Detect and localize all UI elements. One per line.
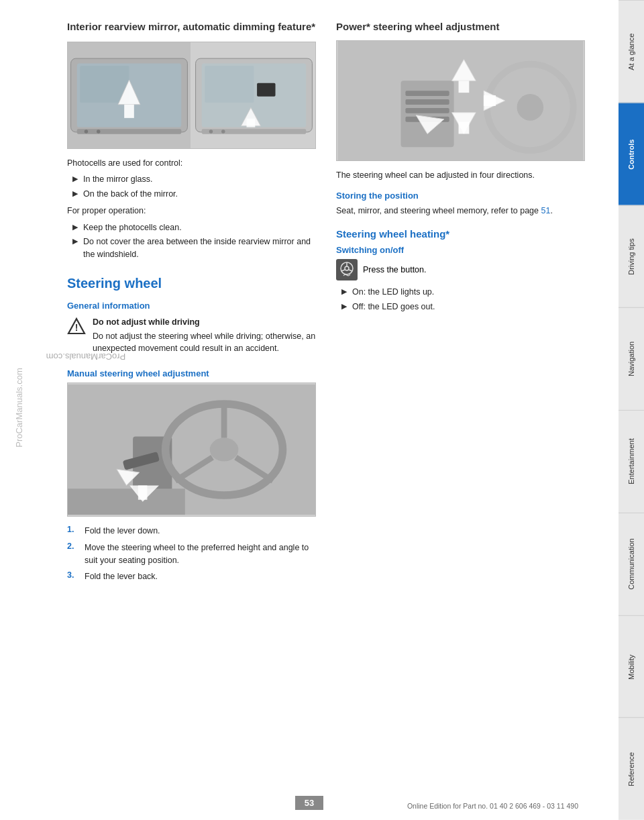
- svg-rect-7: [124, 104, 134, 117]
- svg-rect-37: [405, 107, 449, 113]
- interior-mirror-title: Interior rearview mirror, automatic dimm…: [67, 20, 316, 34]
- svg-rect-44: [484, 95, 496, 106]
- sidebar-tab-controls[interactable]: Controls: [619, 103, 644, 205]
- bullet-arrow-4: ▶: [72, 237, 78, 261]
- photocells-intro: Photocells are used for control:: [67, 157, 316, 170]
- svg-point-13: [209, 130, 213, 133]
- step-2: 2. Move the steering wheel to the prefer…: [67, 542, 316, 567]
- bullet-led-on: ▶ On: the LED lights up.: [336, 286, 585, 299]
- svg-rect-10: [205, 66, 254, 103]
- bullet-led-off: ▶ Off: the LED goes out.: [336, 301, 585, 313]
- bullet-keep-clean: ▶ Keep the photocells clean.: [67, 221, 316, 234]
- storing-title: Storing the position: [336, 191, 585, 201]
- svg-point-33: [517, 94, 544, 121]
- warning-line2: Do not adjust the steering wheel while d…: [93, 330, 316, 356]
- svg-rect-30: [138, 485, 148, 499]
- sidebar-tab-navigation[interactable]: Navigation: [619, 307, 644, 410]
- switching-instruction-text: Press the button.: [363, 265, 427, 274]
- svg-rect-28: [68, 489, 185, 515]
- svg-point-5: [97, 130, 100, 133]
- svg-rect-42: [459, 121, 470, 134]
- page-number: 53: [295, 796, 323, 810]
- bullet-mirror-back: ▶ On the back of the mirror.: [67, 188, 316, 201]
- sidebar-tab-mobility[interactable]: Mobility: [619, 615, 644, 718]
- sidebar-tab-at-a-glance[interactable]: At a glance: [619, 0, 644, 103]
- power-steering-image: [336, 40, 585, 161]
- general-info-title: General information: [67, 301, 316, 311]
- bullet-no-cover: ▶ Do not cover the area between the insi…: [67, 236, 316, 261]
- step-1: 1. Fold the lever down.: [67, 525, 316, 537]
- sidebar-tab-communication[interactable]: Communication: [619, 513, 644, 615]
- svg-rect-16: [247, 118, 256, 127]
- bullet-no-cover-text: Do not cover the area between the inside…: [83, 236, 316, 261]
- step-3: 3. Fold the lever back.: [67, 570, 316, 583]
- operation-intro: For proper operation:: [67, 205, 316, 217]
- bullet-mirror-back-text: On the back of the mirror.: [83, 188, 178, 201]
- bullet-arrow-on: ▶: [341, 287, 347, 299]
- step-2-num: 2.: [67, 542, 79, 567]
- procarmanuals-watermark: ProCarManuals.com: [14, 368, 24, 448]
- footer-text: Online Edition for Part no. 01 40 2 606 …: [407, 802, 578, 810]
- sidebar-tab-reference[interactable]: Reference: [619, 717, 644, 820]
- svg-text:!: !: [75, 322, 78, 333]
- step-1-num: 1.: [67, 525, 79, 537]
- warning-line1: Do not adjust while driving: [93, 316, 316, 329]
- bullet-arrow-2: ▶: [72, 189, 78, 201]
- sidebar: At a glance Controls Driving tips Naviga…: [619, 0, 644, 820]
- svg-point-14: [221, 130, 225, 133]
- svg-rect-40: [459, 81, 470, 93]
- svg-rect-12: [202, 129, 307, 134]
- svg-rect-36: [405, 99, 449, 105]
- bullet-mirror-glass-text: In the mirror glass.: [83, 173, 153, 186]
- switching-title: Switching on/off: [336, 245, 585, 255]
- power-adj-title: Power* steering wheel adjustment: [336, 20, 585, 34]
- bullet-keep-clean-text: Keep the photocells clean.: [83, 221, 182, 234]
- storing-desc: Seat, mirror, and steering wheel memory,…: [336, 205, 585, 217]
- sidebar-tab-driving-tips[interactable]: Driving tips: [619, 205, 644, 308]
- step-2-text: Move the steering wheel to the preferred…: [85, 542, 316, 567]
- svg-rect-11: [257, 83, 275, 96]
- bullet-led-off-text: Off: the LED goes out.: [352, 301, 435, 313]
- mirror-image: [67, 42, 316, 149]
- svg-rect-3: [77, 129, 182, 134]
- svg-rect-35: [405, 91, 449, 96]
- warning-icon: !: [67, 317, 86, 336]
- svg-rect-31: [338, 41, 584, 160]
- steering-heat-button-icon: [336, 259, 358, 280]
- svg-point-4: [85, 130, 88, 133]
- bullet-arrow-1: ▶: [72, 174, 78, 186]
- watermark-text: ProCarManuals.com: [46, 352, 126, 362]
- svg-rect-34: [401, 81, 454, 147]
- step-1-text: Fold the lever down.: [85, 525, 160, 537]
- step-3-num: 3.: [67, 570, 79, 583]
- steering-wheel-title: Steering wheel: [67, 276, 316, 291]
- manual-steering-image: [67, 382, 316, 517]
- bullet-led-on-text: On: the LED lights up.: [352, 286, 434, 299]
- power-desc: The steering wheel can be adjusted in fo…: [336, 169, 585, 182]
- bullet-arrow-3: ▶: [72, 223, 78, 234]
- svg-point-24: [210, 438, 239, 462]
- bullet-mirror-glass: ▶ In the mirror glass.: [67, 173, 316, 186]
- step-3-text: Fold the lever back.: [85, 570, 158, 583]
- bullet-arrow-off: ▶: [341, 302, 347, 313]
- manual-adj-title: Manual steering wheel adjustment: [67, 368, 316, 378]
- page-link-51[interactable]: 51: [541, 206, 550, 215]
- sidebar-tab-entertainment[interactable]: Entertainment: [619, 410, 644, 513]
- switching-instruction-row: Press the button.: [336, 259, 585, 280]
- heating-title: Steering wheel heating*: [336, 228, 585, 240]
